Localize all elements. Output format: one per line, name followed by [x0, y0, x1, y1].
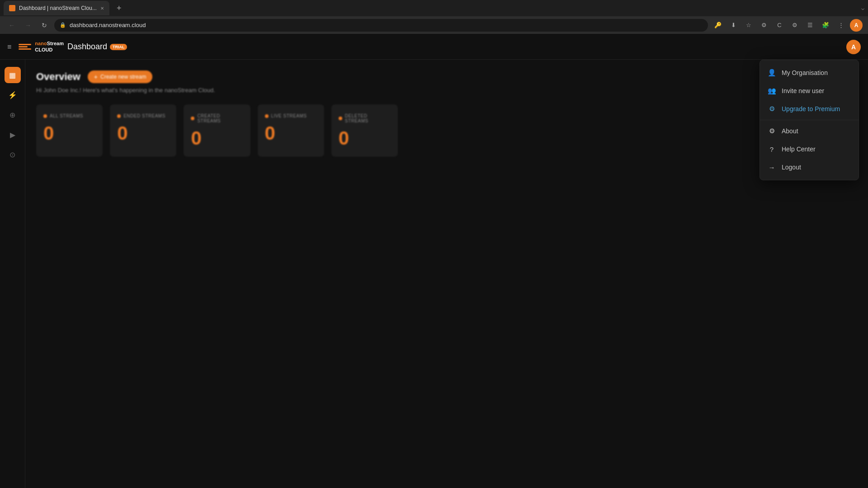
stat-label-text-3: LIVE STREAMS [271, 113, 307, 118]
stat-label-text-1: ENDED STREAMS [123, 113, 165, 118]
extensions-icon[interactable]: 🧩 [819, 19, 832, 32]
stat-value-3: 0 [265, 124, 317, 143]
stat-dot-3 [265, 114, 269, 118]
page-header: Overview + Create new stream [36, 70, 857, 83]
dropdown-item-logout[interactable]: → Logout [760, 158, 859, 176]
stat-label-text-0: ALL STREAMS [50, 113, 83, 118]
stat-card-0: ALL STREAMS 0 [36, 104, 103, 157]
about-icon: ⚙ [767, 127, 776, 136]
account-icon[interactable]: ☰ [804, 19, 816, 32]
logo-text: nanoStream CLOUD [35, 41, 64, 52]
my-organisation-label: My Organisation [782, 69, 828, 76]
upgrade-label: Upgrade to Premium [782, 105, 840, 113]
plus-icon: + [94, 73, 98, 80]
browser-nav-bar: ← → ↻ 🔒 dashboard.nanostream.cloud 🔑 ⬇ ☆… [0, 16, 868, 34]
stat-label-text-2: CREATED STREAMS [197, 113, 243, 123]
star-icon[interactable]: ☆ [742, 19, 755, 32]
stat-label-3: LIVE STREAMS [265, 113, 317, 118]
logo-line-1 [19, 44, 31, 45]
address-bar[interactable]: 🔒 dashboard.nanostream.cloud [54, 19, 708, 32]
invite-icon: 👥 [767, 86, 776, 95]
profile-icon[interactable]: C [773, 19, 786, 32]
help-icon: ? [767, 145, 776, 154]
logo-icon [19, 44, 31, 50]
stat-value-0: 0 [43, 124, 95, 143]
stat-card-1: ENDED STREAMS 0 [110, 104, 176, 157]
stat-dot-4 [339, 117, 342, 120]
stat-card-3: LIVE STREAMS 0 [258, 104, 324, 157]
extension-icon[interactable]: ⚙ [758, 19, 770, 32]
main-content: Overview + Create new stream Hi John Doe… [25, 60, 868, 488]
lock-icon: 🔒 [60, 22, 66, 28]
user-avatar-browser[interactable]: A [850, 19, 863, 32]
new-tab-button[interactable]: + [111, 1, 127, 15]
stats-grid: ALL STREAMS 0 ENDED STREAMS 0 CREATED ST… [36, 104, 398, 157]
help-center-label: Help Center [782, 145, 816, 153]
browser-tab-bar: Dashboard | nanoStream Clou... ✕ + ⌵ [0, 0, 868, 16]
forward-button[interactable]: → [22, 19, 34, 32]
dashboard-label: Dashboard [67, 42, 107, 52]
user-dropdown-menu: 👤 My Organisation 👥 Invite new user ⚙ Up… [760, 60, 859, 180]
logout-icon: → [767, 163, 776, 172]
window-controls: ⌵ [861, 5, 864, 11]
dropdown-item-about[interactable]: ⚙ About [760, 122, 859, 140]
dropdown-item-my-organisation[interactable]: 👤 My Organisation [760, 64, 859, 82]
dropdown-item-help[interactable]: ? Help Center [760, 140, 859, 158]
user-avatar-button[interactable]: A [846, 40, 861, 54]
sidebar-item-dashboard[interactable]: ▦ [5, 67, 21, 83]
sidebar-item-analytics[interactable]: ⊙ [5, 146, 21, 163]
tab-title: Dashboard | nanoStream Clou... [19, 5, 97, 11]
dropdown-divider-1 [760, 120, 859, 120]
download-icon[interactable]: ⬇ [727, 19, 740, 32]
reload-button[interactable]: ↻ [38, 19, 51, 32]
settings-icon[interactable]: ⚙ [788, 19, 801, 32]
app-header: ≡ nanoStream CLOUD Dashboard TRIAL A [0, 34, 868, 60]
stat-card-4: DELETED STREAMS 0 [331, 104, 398, 157]
stat-label-2: CREATED STREAMS [191, 113, 243, 123]
browser-action-buttons: 🔑 ⬇ ☆ ⚙ C ⚙ ☰ 🧩 ⋮ A [712, 19, 863, 32]
invite-new-user-label: Invite new user [782, 87, 824, 94]
subtitle: Hi John Doe Inc.! Here's what's happenin… [36, 87, 857, 94]
sidebar-item-streams[interactable]: ⚡ [5, 87, 21, 103]
create-stream-button[interactable]: + Create new stream [88, 70, 153, 83]
dropdown-item-invite-user[interactable]: 👥 Invite new user [760, 82, 859, 100]
back-button[interactable]: ← [5, 19, 18, 32]
dropdown-item-upgrade[interactable]: ⚙ Upgrade to Premium [760, 100, 859, 118]
sidebar-item-create[interactable]: ⊕ [5, 107, 21, 123]
url-text: dashboard.nanostream.cloud [70, 22, 703, 28]
create-stream-label: Create new stream [100, 74, 146, 80]
stat-label-1: ENDED STREAMS [117, 113, 169, 118]
stat-label-4: DELETED STREAMS [339, 113, 391, 123]
logout-label: Logout [782, 164, 801, 171]
stat-dot-2 [191, 117, 194, 120]
hamburger-icon[interactable]: ≡ [7, 43, 11, 51]
stat-label-text-4: DELETED STREAMS [345, 113, 391, 123]
sidebar-item-playback[interactable]: ▶ [5, 127, 21, 143]
sidebar: ▦ ⚡ ⊕ ▶ ⊙ [0, 60, 25, 488]
logo-stream: Stream [47, 41, 64, 46]
menu-icon[interactable]: ⋮ [835, 19, 847, 32]
trial-badge: TRIAL [110, 44, 127, 50]
stat-value-1: 0 [117, 124, 169, 143]
page-title: Overview [36, 71, 80, 83]
upgrade-icon: ⚙ [767, 104, 776, 113]
logo-line-2 [19, 46, 28, 47]
logo-area: nanoStream CLOUD [19, 41, 64, 52]
logo-cloud: CLOUD [35, 47, 52, 52]
stat-dot-1 [117, 114, 121, 118]
person-icon: 👤 [767, 68, 776, 77]
app-body: ▦ ⚡ ⊕ ▶ ⊙ Overview + Create new stream H… [0, 60, 868, 488]
stat-card-2: CREATED STREAMS 0 [184, 104, 250, 157]
stat-value-4: 0 [339, 129, 391, 148]
tab-favicon [9, 5, 15, 11]
logo-line-3 [19, 48, 31, 50]
stat-label-0: ALL STREAMS [43, 113, 95, 118]
stat-value-2: 0 [191, 129, 243, 148]
close-tab-icon[interactable]: ✕ [100, 6, 104, 11]
browser-tab-active[interactable]: Dashboard | nanoStream Clou... ✕ [4, 1, 109, 15]
about-label: About [782, 127, 798, 135]
logo-nano: nano [35, 41, 47, 46]
key-icon[interactable]: 🔑 [712, 19, 724, 32]
stat-dot-0 [43, 114, 47, 118]
